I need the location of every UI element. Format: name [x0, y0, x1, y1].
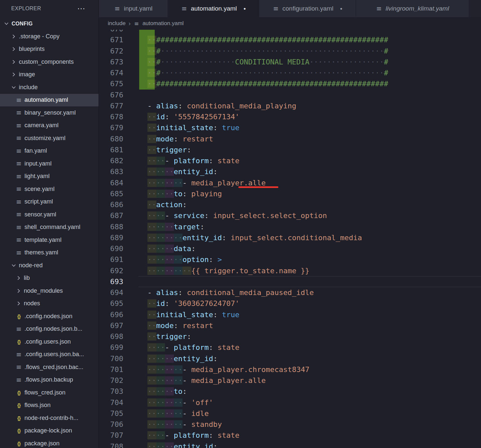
line-content: ··········{{ trigger.to_state.name }} [139, 265, 481, 276]
code-line-707[interactable]: 707····- platform: state [99, 430, 481, 441]
code-line-695[interactable]: 695··id: '3603627624707' [99, 298, 481, 309]
code-line-684[interactable]: 684········- media_player.alle [99, 177, 481, 188]
code-line-696[interactable]: 696··initial_state: true [99, 309, 481, 320]
tab-input-yaml[interactable]: ≡input.yaml [99, 0, 168, 17]
line-content: ··id: '5557842567134' [139, 111, 481, 122]
code-line-683[interactable]: 683······entity_id: [99, 166, 481, 177]
tree-item-storage-copy[interactable]: .storage - Copy [0, 30, 99, 43]
tree-item-flows-cred-json-bac[interactable]: ≡.flows_cred.json.bac... [0, 361, 99, 374]
code-line-687[interactable]: 687····- service: input_select.select_op… [99, 210, 481, 221]
code-line-697[interactable]: 697··mode: restart [99, 320, 481, 331]
code-line-678[interactable]: 678··id: '5557842567134' [99, 111, 481, 122]
line-number: 702 [99, 375, 139, 386]
tree-item-image[interactable]: image [0, 68, 99, 81]
code-line-679[interactable]: 679··initial_state: true [99, 122, 481, 133]
code-line-705[interactable]: 705········- idle [99, 408, 481, 419]
annotation-red-underline [238, 186, 278, 188]
tree-item-fan-yaml[interactable]: ≡fan.yaml [0, 145, 99, 158]
tree-item-node-modules[interactable]: node_modules [0, 284, 99, 297]
yaml-file-icon: ≡ [272, 5, 279, 13]
code-line-701[interactable]: 701········- media_player.chromecast8347 [99, 364, 481, 375]
tree-item-scene-yaml[interactable]: ≡scene.yaml [0, 183, 99, 196]
code-line-693[interactable]: 693 [99, 276, 481, 287]
line-number: 696 [99, 309, 139, 320]
code-line-686[interactable]: 686··action: [99, 199, 481, 210]
line-content: ··trigger: [139, 331, 481, 342]
tree-item-node-red-contrib-h[interactable]: {}node-red-contrib-h... [0, 412, 99, 425]
more-actions-icon[interactable]: ⋯ [77, 5, 85, 13]
tree-item-binary-sensor-yaml[interactable]: ≡binary_sensor.yaml [0, 106, 99, 119]
breadcrumb-folder[interactable]: include [108, 20, 126, 27]
code-line-691[interactable]: 691········option: > [99, 254, 481, 265]
code-line-674[interactable]: 674··#··································… [99, 67, 481, 78]
tree-item-config-nodes-json-b[interactable]: ≡.config.nodes.json.b... [0, 323, 99, 336]
chevron-down-icon [11, 262, 17, 268]
code-editor[interactable]: 670671··################################… [99, 30, 481, 448]
code-line-675[interactable]: 675··###################################… [99, 78, 481, 89]
tree-item-custom-components[interactable]: custom_components [0, 56, 99, 68]
code-line-680[interactable]: 680··mode: restart [99, 133, 481, 144]
tree-item-light-yaml[interactable]: ≡light.yaml [0, 170, 99, 183]
tree-item-config-nodes-json[interactable]: {}.config.nodes.json [0, 310, 99, 323]
tree-item-flows-json[interactable]: {}flows.json [0, 399, 99, 412]
code-line-706[interactable]: 706········- standby [99, 419, 481, 430]
line-content: ··trigger: [139, 144, 481, 155]
line-content: ··######################################… [139, 34, 481, 45]
line-content: ··#·····································… [139, 67, 481, 78]
code-line-694[interactable]: 694- alias: conditional_media_paused_idl… [99, 287, 481, 298]
code-line-677[interactable]: 677- alias: conditional_media_playing [99, 100, 481, 111]
tree-item-label: fan.yaml [24, 147, 47, 154]
code-line-689[interactable]: 689········entity_id: input_select.condi… [99, 232, 481, 243]
tree-item-include[interactable]: include [0, 81, 99, 94]
tree-item-label: template.yaml [24, 237, 61, 243]
code-line-708[interactable]: 708······entity_id: [99, 441, 481, 448]
tree-item-sensor-yaml[interactable]: ≡sensor.yaml [0, 208, 99, 221]
tree-item-blueprints[interactable]: blueprints [0, 43, 99, 56]
tree-item-lib[interactable]: lib [0, 272, 99, 285]
code-line-676[interactable]: 676 [99, 90, 481, 100]
editor-group: ≡input.yaml≡automation.yaml●≡configurati… [99, 0, 481, 448]
tree-item-automation-yaml[interactable]: ≡automation.yaml [0, 94, 99, 107]
tree-item-flows-json-backup[interactable]: ≡.flows.json.backup [0, 374, 99, 387]
tree-item-script-yaml[interactable]: ≡script.yaml [0, 196, 99, 208]
code-line-692[interactable]: 692··········{{ trigger.to_state.name }} [99, 265, 481, 276]
code-line-673[interactable]: 673··#·················CONDITIONAL MEDIA… [99, 56, 481, 67]
code-line-682[interactable]: 682····- platform: state [99, 155, 481, 166]
tree-item-label: node_modules [24, 287, 63, 294]
breadcrumb-file[interactable]: automation.yaml [142, 20, 184, 27]
tree-item-nodes[interactable]: nodes [0, 297, 99, 310]
code-line-699[interactable]: 699····- platform: state [99, 342, 481, 353]
code-line-671[interactable]: 671··###################################… [99, 34, 481, 45]
code-line-702[interactable]: 702········- media_player.alle [99, 375, 481, 386]
code-line-672[interactable]: 672··#··································… [99, 46, 481, 56]
code-line-690[interactable]: 690······data: [99, 243, 481, 254]
tab-livingroom-klimat-yaml[interactable]: ≡livingroom_klimat.yaml [356, 0, 469, 17]
code-line-703[interactable]: 703······to: [99, 386, 481, 397]
tree-item-input-yaml[interactable]: ≡input.yaml [0, 157, 99, 170]
tree-item-label: input.yaml [24, 160, 52, 167]
tree-item-template-yaml[interactable]: ≡template.yaml [0, 234, 99, 246]
chevron-right-icon [11, 59, 17, 65]
tree-item-node-red[interactable]: node-red [0, 259, 99, 272]
tree-item-config-users-json[interactable]: {}.config.users.json [0, 335, 99, 348]
tree-item-themes-yaml[interactable]: ≡themes.yaml [0, 246, 99, 259]
code-line-670[interactable]: 670 [99, 30, 481, 34]
chevron-right-icon [16, 288, 21, 294]
section-config[interactable]: CONFIG [0, 17, 99, 30]
tree-item-flows-cred-json[interactable]: {}flows_cred.json [0, 386, 99, 399]
tree-item-config-users-json-ba[interactable]: ≡.config.users.json.ba... [0, 348, 99, 361]
code-line-688[interactable]: 688······target: [99, 221, 481, 232]
code-line-685[interactable]: 685······to: playing [99, 188, 481, 199]
tab-configuration-yaml[interactable]: ≡configuration.yaml● [259, 0, 356, 17]
code-line-704[interactable]: 704········- 'off' [99, 397, 481, 408]
code-line-698[interactable]: 698··trigger: [99, 331, 481, 342]
tab-automation-yaml[interactable]: ≡automation.yaml● [168, 0, 259, 17]
tree-item-package-lock-json[interactable]: {}package-lock.json [0, 425, 99, 437]
yaml-file-icon: ≡ [181, 5, 187, 13]
tree-item-camera-yaml[interactable]: ≡camera.yaml [0, 119, 99, 132]
tree-item-package-json[interactable]: {}package.json [0, 437, 99, 448]
code-line-700[interactable]: 700······entity_id: [99, 353, 481, 364]
tree-item-shell-command-yaml[interactable]: ≡shell_command.yaml [0, 221, 99, 234]
tree-item-customize-yaml[interactable]: ≡customize.yaml [0, 132, 99, 145]
code-line-681[interactable]: 681··trigger: [99, 144, 481, 155]
